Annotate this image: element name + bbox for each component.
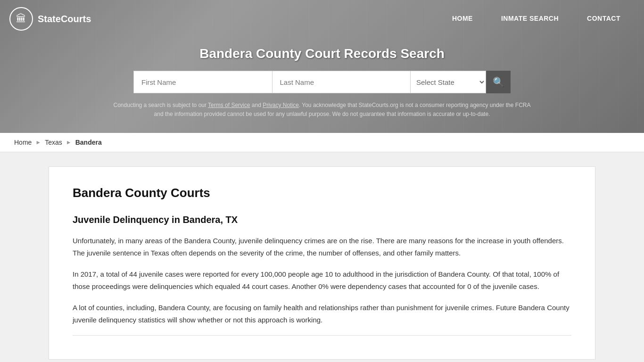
content-card: Bandera County Courts Juvenile Delinquen… [49, 166, 595, 360]
breadcrumb-sep-2: ► [66, 139, 72, 146]
nav-contact[interactable]: CONTACT [573, 0, 635, 37]
privacy-link[interactable]: Privacy Notice [263, 102, 299, 108]
main-content: Bandera County Courts Juvenile Delinquen… [0, 166, 644, 360]
paragraph-1: Unfortunately, in many areas of the Band… [73, 235, 571, 259]
page-title: Bandera County Courts [73, 186, 571, 200]
main-nav: 🏛 StateCourts HOME INMATE SEARCH CONTACT [0, 0, 644, 37]
terms-link[interactable]: Terms of Service [208, 102, 250, 108]
breadcrumb-county: Bandera [75, 139, 102, 146]
site-header: 🏛 StateCourts HOME INMATE SEARCH CONTACT… [0, 0, 644, 133]
nav-inmate-search[interactable]: INMATE SEARCH [487, 0, 573, 37]
search-icon: 🔍 [493, 76, 504, 88]
state-select[interactable]: Select State Texas [411, 71, 486, 93]
breadcrumb-sep-1: ► [35, 139, 41, 146]
content-divider [73, 335, 571, 336]
logo-text: StateCourts [38, 14, 91, 25]
site-logo[interactable]: 🏛 StateCourts [9, 7, 91, 31]
header-content: 🏛 StateCourts HOME INMATE SEARCH CONTACT… [0, 0, 644, 133]
first-name-input[interactable] [133, 71, 272, 93]
nav-home[interactable]: HOME [438, 0, 487, 37]
search-bar: Select State Texas 🔍 [133, 71, 511, 93]
section-title: Juvenile Delinquency in Bandera, TX [73, 214, 571, 225]
last-name-input[interactable] [272, 71, 411, 93]
paragraph-3: A lot of counties, including, Bandera Co… [73, 302, 571, 326]
paragraph-2: In 2017, a total of 44 juvenile cases we… [73, 268, 571, 292]
breadcrumb-state[interactable]: Texas [45, 139, 62, 146]
hero-disclaimer: Conducting a search is subject to our Te… [110, 101, 534, 119]
breadcrumb-home[interactable]: Home [14, 139, 32, 146]
logo-icon: 🏛 [9, 7, 33, 31]
hero-section: Bandera County Court Records Search Sele… [0, 37, 644, 133]
hero-title: Bandera County Court Records Search [9, 46, 635, 61]
search-button[interactable]: 🔍 [486, 71, 511, 93]
breadcrumb: Home ► Texas ► Bandera [0, 133, 644, 152]
nav-links: HOME INMATE SEARCH CONTACT [438, 0, 635, 37]
